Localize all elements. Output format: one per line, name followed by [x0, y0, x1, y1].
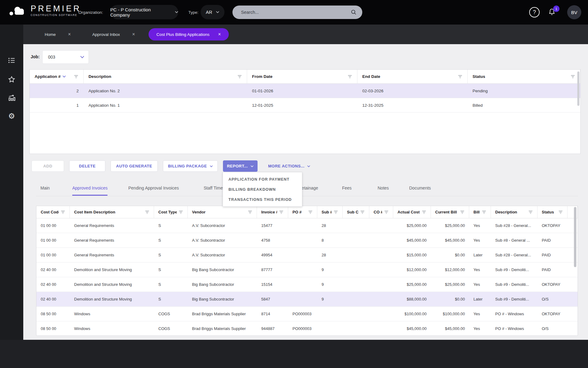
search-icon[interactable]: [351, 9, 357, 15]
filter-icon[interactable]: [308, 210, 313, 214]
filter-icon[interactable]: [528, 210, 533, 214]
filter-icon[interactable]: [482, 210, 486, 214]
table-row[interactable]: 01 00 00General RequirementsSA.V. Subcon…: [36, 218, 578, 233]
detail-tab-documents[interactable]: Documents: [409, 186, 431, 195]
organization-select[interactable]: PC - P Construction Company: [110, 5, 178, 19]
filter-icon[interactable]: [460, 210, 465, 214]
column-header[interactable]: Cost Code: [36, 206, 70, 218]
filter-icon[interactable]: [384, 210, 389, 214]
add-button[interactable]: ADD: [32, 160, 64, 172]
filter-icon[interactable]: [422, 210, 426, 214]
column-header[interactable]: Bill?: [469, 206, 491, 218]
table-row[interactable]: 01 00 00General RequirementsSA.V. Subcon…: [36, 233, 578, 248]
detail-tab-notes[interactable]: Notes: [378, 186, 389, 195]
search-bar[interactable]: [232, 6, 362, 19]
type-select[interactable]: AR: [201, 5, 224, 19]
cell-cost-item-description: Demolition and Structure Moving: [70, 292, 154, 306]
detail-tab-pending-approval-invoices[interactable]: Pending Approval Invoices: [128, 186, 179, 195]
column-header[interactable]: Current Bill: [431, 206, 469, 218]
favorites-star-icon[interactable]: [7, 75, 16, 84]
column-header[interactable]: From Date: [247, 70, 357, 83]
filter-icon[interactable]: [558, 210, 563, 214]
window-tab-label: Home: [45, 32, 56, 37]
column-header[interactable]: Sub CO: [343, 206, 369, 218]
filter-icon[interactable]: [360, 210, 365, 214]
list-menu-icon[interactable]: [7, 56, 16, 65]
column-header[interactable]: End Date: [357, 70, 468, 83]
settings-gear-icon[interactable]: ⚙: [7, 112, 16, 120]
avatar[interactable]: BV: [567, 5, 581, 19]
filter-icon[interactable]: [237, 75, 242, 79]
close-icon[interactable]: ×: [218, 32, 221, 37]
auto-generate-button[interactable]: AUTO GENERATE: [111, 160, 158, 172]
chevron-down-icon: [307, 165, 310, 167]
column-header[interactable]: Sub #: [317, 206, 343, 218]
column-header[interactable]: Description: [84, 70, 247, 83]
job-select[interactable]: 003: [42, 50, 89, 64]
filter-icon[interactable]: [179, 210, 183, 214]
menu-item[interactable]: BILLING BREAKDOWN: [223, 184, 302, 194]
more-actions-button[interactable]: MORE ACTIONS...: [263, 160, 316, 172]
column-header[interactable]: CO #: [369, 206, 393, 218]
column-header[interactable]: Status: [537, 206, 567, 218]
filter-icon[interactable]: [248, 210, 252, 214]
reports-chart-icon[interactable]: [7, 94, 16, 102]
cell-co-no: [369, 263, 393, 277]
search-input[interactable]: [232, 10, 351, 15]
table-row[interactable]: 08 50 00WindowsCOGSBrad Briggs Materials…: [36, 307, 578, 321]
detail-tab-fees[interactable]: Fees: [342, 186, 352, 195]
filter-icon[interactable]: [571, 75, 575, 79]
filter-icon[interactable]: [334, 210, 338, 214]
detail-tab-staff-time[interactable]: Staff Time: [204, 186, 223, 195]
window-tab[interactable]: Approval Inbox×: [84, 28, 143, 40]
table-row[interactable]: 02 40 00Demolition and Structure MovingS…: [36, 292, 578, 307]
column-header[interactable]: Application #: [30, 70, 84, 83]
table-row[interactable]: 02 40 00Demolition and Structure MovingS…: [36, 263, 578, 277]
applications-table-scrollbar[interactable]: [577, 71, 579, 106]
table-row[interactable]: 1Application No. 112-01-202512-31-2025Bi…: [30, 98, 580, 113]
close-icon[interactable]: ×: [68, 32, 71, 37]
cell-end_date: 12-31-2025: [357, 98, 468, 112]
close-icon[interactable]: ×: [132, 32, 135, 37]
table-row[interactable]: 08 50 00WindowsCOGSBrad Briggs Materials…: [36, 321, 578, 336]
column-header[interactable]: Invoice #: [257, 206, 288, 218]
window-tab[interactable]: Home×: [37, 28, 79, 40]
window-tab[interactable]: Cost Plus Billing Applications×: [149, 28, 229, 40]
organization-value: PC - P Construction Company: [110, 7, 171, 17]
table-row[interactable]: 02 40 00Demolition and Structure MovingS…: [36, 277, 578, 292]
filter-icon[interactable]: [458, 75, 462, 79]
help-button[interactable]: ?: [529, 7, 540, 17]
cell-invoice-no: 15154: [257, 277, 288, 292]
filter-icon[interactable]: [61, 210, 65, 214]
detail-tab-approved-invoices[interactable]: Approved Invoices: [72, 186, 107, 196]
cell-vendor: Big Bang Subcontractor: [188, 277, 257, 292]
cell-vendor: Big Bang Subcontractor: [188, 263, 257, 277]
notifications-button[interactable]: 1: [548, 7, 557, 17]
column-header[interactable]: Cost Item Description: [70, 206, 154, 218]
cell-spacer: [567, 321, 578, 336]
detail-tab-main[interactable]: Main: [40, 186, 50, 195]
filter-icon[interactable]: [279, 210, 284, 214]
table-row[interactable]: 2Application No. 201-01-202602-03-2026Pe…: [30, 84, 580, 98]
column-header[interactable]: Actual Cost: [393, 206, 431, 218]
filter-icon[interactable]: [145, 210, 149, 214]
filter-icon[interactable]: [74, 75, 78, 79]
delete-button[interactable]: DELETE: [69, 160, 105, 172]
billing-package-button[interactable]: BILLING PACKAGE: [163, 160, 218, 172]
menu-item[interactable]: TRANSACTIONS THIS PERIOD: [223, 194, 302, 205]
column-header-label: Sub CO: [347, 210, 358, 214]
column-header[interactable]: PO #: [288, 206, 317, 218]
cell-bill: Later: [469, 292, 491, 306]
column-header[interactable]: Cost Type: [154, 206, 188, 218]
invoices-table-scrollbar[interactable]: [574, 207, 576, 267]
table-row[interactable]: 01 00 00General RequirementsSA.V. Subcon…: [36, 248, 578, 263]
column-header-label: Application #: [35, 74, 66, 79]
column-header[interactable]: Status: [468, 70, 580, 83]
menu-item[interactable]: APPLICATION FOR PAYMENT: [223, 174, 302, 184]
app-logo[interactable]: PREMIER CONSTRUCTION SOFTWARE: [9, 4, 81, 17]
filter-icon[interactable]: [348, 75, 352, 79]
column-header[interactable]: Description: [491, 206, 537, 218]
report-button[interactable]: REPORT...: [223, 160, 258, 172]
cell-co-no: [369, 218, 393, 233]
column-header[interactable]: Vendor: [188, 206, 257, 218]
